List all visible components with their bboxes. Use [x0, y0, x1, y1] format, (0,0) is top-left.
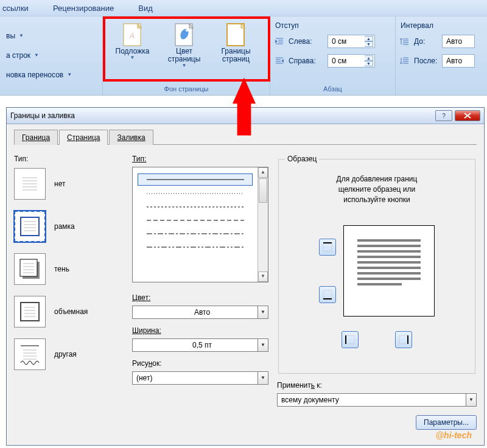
- group-title: Фон страницы: [103, 84, 270, 95]
- spacing-after-input[interactable]: Авто: [442, 54, 475, 68]
- scroll-up-icon[interactable]: ▲: [258, 167, 268, 178]
- border-bottom-icon: [322, 289, 333, 300]
- watermark-text: @hi-tech: [435, 430, 472, 440]
- dropdown-icon: ▼: [19, 33, 24, 38]
- spinner-icon[interactable]: ▲▼: [365, 55, 373, 66]
- preview-hint: Для добавления границ щелкните образец и…: [285, 174, 469, 205]
- color-combo[interactable]: Авто ▼: [132, 306, 268, 319]
- label: рамка: [54, 222, 75, 231]
- menu-item[interactable]: Вид: [138, 4, 153, 13]
- label: До:: [414, 37, 442, 46]
- page-color-icon: [172, 22, 197, 47]
- border-top-button[interactable]: [319, 239, 336, 256]
- svg-rect-33: [20, 259, 37, 276]
- dropdown-icon: ▼: [34, 52, 39, 58]
- menu-bar: ссылки Рецензирование Вид: [0, 0, 487, 16]
- border-left-button[interactable]: [342, 331, 359, 348]
- width-label: Ширина:: [132, 326, 161, 335]
- dropdown-icon: ▼: [182, 63, 187, 69]
- preview-column: Образец Для добавления границ щелкните о…: [277, 155, 477, 437]
- type-label: Тип:: [14, 155, 124, 163]
- indent-right-icon: [274, 55, 285, 66]
- spacing-before-input[interactable]: Авто: [442, 35, 475, 48]
- spacing-before-icon: [399, 36, 410, 47]
- dropdown-icon: ▼: [466, 394, 476, 406]
- label: Границы страниц: [222, 47, 251, 63]
- preview-label: Образец: [285, 155, 319, 163]
- group-title: Абзац: [270, 84, 395, 95]
- label: вы: [6, 32, 15, 40]
- value: 0,5 пт: [192, 341, 212, 349]
- dialog-titlebar[interactable]: Границы и заливка ?: [7, 108, 484, 124]
- spinner-icon[interactable]: ▲▼: [365, 36, 373, 47]
- tab-shading[interactable]: Заливка: [109, 130, 153, 145]
- page-color-button[interactable]: Цвет страницы ▼: [158, 19, 210, 77]
- threeD-icon: [14, 296, 46, 327]
- scrollbar[interactable]: ▲ ▼: [258, 167, 268, 282]
- setting-custom[interactable]: другая: [14, 338, 124, 370]
- width-combo[interactable]: 0,5 пт ▼: [132, 338, 268, 352]
- svg-rect-57: [323, 290, 332, 299]
- help-button[interactable]: ?: [435, 110, 452, 121]
- ribbon-group-truncated: вы ▼ а строк ▼ новка переносов ▼: [0, 16, 103, 95]
- scroll-down-icon[interactable]: ▼: [258, 271, 268, 282]
- dialog-title: Границы и заливка: [10, 111, 75, 120]
- border-left-icon: [345, 334, 356, 345]
- custom-icon: [14, 338, 46, 370]
- tab-page[interactable]: Страница: [59, 130, 108, 145]
- indent-right-input[interactable]: 0 см ▲▼: [328, 54, 375, 68]
- value: всему документу: [281, 396, 339, 404]
- scroll-thumb[interactable]: [259, 178, 267, 203]
- watermark-icon: A: [121, 22, 145, 47]
- value: Авто: [194, 308, 210, 317]
- ribbon-item[interactable]: а строк ▼: [4, 47, 39, 63]
- borders-shading-dialog: Границы и заливка ? Граница Страница Зал…: [6, 107, 485, 446]
- shadow-icon: [14, 253, 46, 285]
- ribbon-group-indent: Отступ Слева: 0 см ▲▼ Справа: 0 см ▲▼: [270, 16, 396, 95]
- menu-item[interactable]: Рецензирование: [53, 4, 114, 13]
- border-right-button[interactable]: [395, 331, 412, 348]
- options-button[interactable]: Параметры...: [416, 415, 477, 430]
- ribbon-item[interactable]: вы ▼: [4, 28, 24, 44]
- indent-left-input[interactable]: 0 см ▲▼: [328, 35, 375, 48]
- menu-item[interactable]: ссылки: [2, 4, 29, 13]
- spacing-after-icon: [399, 55, 410, 66]
- value: 0 см: [332, 57, 346, 65]
- setting-shadow[interactable]: тень: [14, 253, 124, 285]
- svg-rect-59: [346, 335, 354, 344]
- label: Параметры...: [424, 418, 469, 427]
- page-borders-button[interactable]: Границы страниц: [210, 19, 262, 77]
- ribbon: вы ▼ а строк ▼ новка переносов ▼ A Подло…: [0, 16, 487, 96]
- indent-left-icon: [274, 36, 285, 47]
- svg-rect-38: [21, 303, 39, 321]
- svg-rect-39: [21, 303, 39, 321]
- svg-rect-27: [21, 217, 39, 236]
- art-combo[interactable]: (нет) ▼: [132, 371, 268, 385]
- setting-box[interactable]: рамка: [14, 211, 124, 242]
- setting-3d[interactable]: объемная: [14, 296, 124, 327]
- group-heading: Интервал: [399, 19, 433, 30]
- style-label: Тип:: [132, 155, 146, 163]
- label: Справа:: [289, 57, 328, 65]
- border-bottom-button[interactable]: [319, 286, 336, 303]
- label: Слева:: [289, 37, 328, 46]
- dropdown-icon: ▼: [258, 306, 268, 318]
- none-icon: [14, 168, 46, 200]
- ribbon-item[interactable]: новка переносов ▼: [4, 67, 72, 83]
- tab-border[interactable]: Граница: [14, 130, 58, 145]
- line-style-list[interactable]: ▲ ▼: [132, 167, 268, 282]
- close-button[interactable]: [455, 110, 480, 121]
- svg-text:A: A: [129, 32, 135, 40]
- setting-none[interactable]: нет: [14, 168, 124, 200]
- label: новка переносов: [6, 71, 63, 79]
- svg-point-4: [186, 29, 188, 32]
- apply-to-combo[interactable]: всему документу ▼: [277, 393, 477, 407]
- page-borders-icon: [224, 22, 248, 47]
- dropdown-icon: ▼: [67, 72, 72, 77]
- color-label: Цвет:: [132, 293, 150, 302]
- border-top-icon: [322, 242, 333, 253]
- style-column: Тип: ▲ ▼: [132, 155, 268, 437]
- preview-page[interactable]: [343, 225, 435, 317]
- watermark-button[interactable]: A Подложка ▼: [107, 19, 158, 77]
- label: другая: [54, 350, 77, 359]
